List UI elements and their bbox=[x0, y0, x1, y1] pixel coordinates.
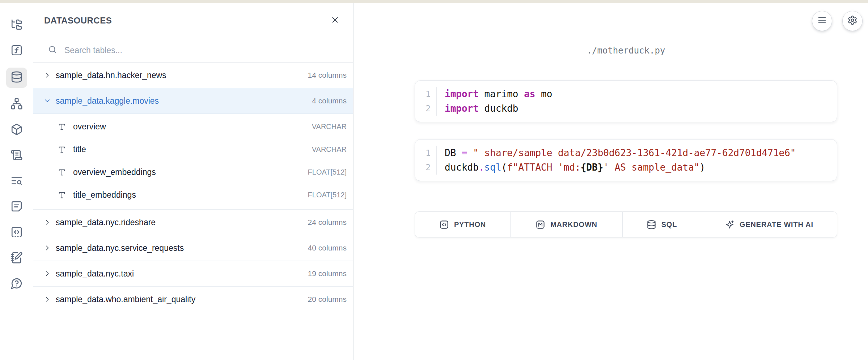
folder-tree-icon bbox=[10, 18, 23, 32]
database-icon bbox=[10, 71, 23, 85]
column-type: VARCHAR bbox=[312, 145, 347, 154]
add-cell-toolbar: PYTHONMARKDOWNSQLGENERATE WITH AI bbox=[415, 211, 837, 237]
header-actions bbox=[812, 11, 863, 31]
column-type: VARCHAR bbox=[312, 123, 347, 131]
search-tables-input[interactable] bbox=[64, 46, 353, 55]
table-list: sample_data.hn.hacker_news14 columnssamp… bbox=[33, 63, 353, 360]
table-name: sample_data.nyc.rideshare bbox=[56, 218, 308, 227]
add-markdown-cell-button[interactable]: MARKDOWN bbox=[511, 212, 623, 237]
table-name: sample_data.who.ambient_air_quality bbox=[56, 295, 308, 304]
code-square-small-icon bbox=[439, 220, 449, 230]
function-square-icon bbox=[10, 44, 23, 58]
table-row[interactable]: sample_data.nyc.rideshare24 columns bbox=[33, 210, 353, 235]
table-columns-count: 40 columns bbox=[308, 244, 347, 252]
scroll-text-icon bbox=[10, 149, 23, 163]
column-name: title bbox=[73, 145, 312, 154]
code-content[interactable]: import duckdb bbox=[437, 101, 518, 116]
add-python-cell-button[interactable]: PYTHON bbox=[415, 212, 511, 237]
activity-item-documentation[interactable] bbox=[6, 198, 27, 216]
activity-item-outline[interactable] bbox=[6, 147, 27, 165]
search-icon bbox=[48, 45, 57, 56]
chevron-right-icon bbox=[43, 270, 51, 278]
datasources-panel: DATASOURCES sample_data.hn.hacker_news14… bbox=[33, 3, 353, 360]
column-type: FLOAT[512] bbox=[308, 191, 347, 199]
table-row[interactable]: sample_data.who.ambient_air_quality20 co… bbox=[33, 287, 353, 312]
activity-bar bbox=[0, 3, 33, 360]
line-number: 1 bbox=[415, 87, 437, 101]
chevron-down-icon bbox=[43, 97, 51, 105]
package-icon bbox=[10, 123, 23, 137]
column-row[interactable]: overviewVARCHAR bbox=[33, 115, 353, 138]
activity-item-snippets[interactable] bbox=[6, 224, 27, 242]
code-line: 2duckdb.sql(f"ATTACH 'md:{DB}' AS sample… bbox=[415, 160, 837, 175]
column-row[interactable]: title_embeddingsFLOAT[512] bbox=[33, 184, 353, 206]
add-sql-cell-button[interactable]: SQL bbox=[623, 212, 701, 237]
column-row[interactable]: titleVARCHAR bbox=[33, 138, 353, 161]
code-content[interactable]: import marimo as mo bbox=[437, 87, 552, 101]
document-icon bbox=[10, 200, 23, 214]
generate-with-ai-button[interactable]: GENERATE WITH AI bbox=[701, 212, 837, 237]
type-icon bbox=[58, 168, 66, 176]
search-row bbox=[33, 38, 353, 63]
add-button-label: PYTHON bbox=[454, 220, 486, 229]
activity-item-help[interactable] bbox=[6, 275, 27, 293]
dependency-graph-icon bbox=[10, 98, 23, 111]
activity-item-packages[interactable] bbox=[6, 121, 27, 139]
database-icon bbox=[647, 220, 656, 230]
table-columns-count: 20 columns bbox=[308, 295, 347, 304]
column-name: overview bbox=[73, 122, 312, 132]
menu-button[interactable] bbox=[812, 11, 832, 31]
add-button-label: SQL bbox=[661, 220, 677, 229]
chevron-right-icon bbox=[43, 218, 51, 226]
column-name: title_embeddings bbox=[73, 190, 308, 200]
activity-item-datasources[interactable] bbox=[6, 68, 27, 88]
table-name: sample_data.kaggle.movies bbox=[56, 96, 312, 106]
activity-item-dependencies[interactable] bbox=[6, 95, 27, 113]
activity-item-scratchpad[interactable] bbox=[6, 249, 27, 267]
code-content[interactable]: DB = "_share/sample_data/23b0d623-1361-4… bbox=[437, 146, 796, 160]
line-number: 2 bbox=[415, 101, 437, 116]
table-columns-count: 19 columns bbox=[308, 269, 347, 278]
type-icon bbox=[58, 146, 66, 154]
table-row[interactable]: sample_data.nyc.taxi19 columns bbox=[33, 261, 353, 287]
table-row[interactable]: sample_data.kaggle.movies4 columns bbox=[33, 88, 353, 114]
activity-item-file-explorer[interactable] bbox=[6, 16, 27, 34]
activity-item-logs[interactable] bbox=[6, 172, 27, 190]
datasources-panel-header: DATASOURCES bbox=[33, 3, 353, 38]
table-row[interactable]: sample_data.nyc.service_requests40 colum… bbox=[33, 235, 353, 261]
menu-icon bbox=[817, 15, 827, 27]
add-button-label: GENERATE WITH AI bbox=[740, 220, 813, 229]
code-line: 1DB = "_share/sample_data/23b0d623-1361-… bbox=[415, 146, 837, 160]
column-type: FLOAT[512] bbox=[308, 168, 347, 176]
line-number: 2 bbox=[415, 160, 437, 175]
code-cell[interactable]: 1import marimo as mo2import duckdb bbox=[415, 80, 837, 122]
panel-title: DATASOURCES bbox=[44, 16, 112, 26]
sparkles-icon bbox=[725, 220, 734, 230]
close-panel-button[interactable] bbox=[328, 13, 342, 28]
table-name: sample_data.nyc.taxi bbox=[56, 269, 308, 279]
code-line: 2import duckdb bbox=[415, 101, 837, 116]
gear-icon bbox=[847, 15, 858, 27]
settings-button[interactable] bbox=[842, 11, 863, 31]
table-name: sample_data.nyc.service_requests bbox=[56, 243, 308, 253]
main-editor-area: ./motherduck.py 1import marimo as mo2imp… bbox=[353, 3, 868, 360]
notebook-pen-icon bbox=[10, 252, 23, 265]
help-chat-icon bbox=[10, 277, 23, 291]
table-columns-count: 24 columns bbox=[308, 218, 347, 227]
code-content[interactable]: duckdb.sql(f"ATTACH 'md:{DB}' AS sample_… bbox=[437, 160, 705, 175]
code-cell[interactable]: 1DB = "_share/sample_data/23b0d623-1361-… bbox=[415, 139, 837, 181]
chevron-right-icon bbox=[43, 71, 51, 79]
table-row[interactable]: sample_data.hn.hacker_news14 columns bbox=[33, 63, 353, 88]
column-name: overview_embeddings bbox=[73, 167, 308, 177]
list-search-icon bbox=[10, 175, 23, 188]
chevron-right-icon bbox=[43, 295, 51, 303]
column-row[interactable]: overview_embeddingsFLOAT[512] bbox=[33, 161, 353, 184]
add-button-label: MARKDOWN bbox=[550, 220, 597, 229]
activity-item-variables[interactable] bbox=[6, 42, 27, 60]
line-number: 1 bbox=[415, 146, 437, 160]
table-columns-count: 14 columns bbox=[308, 71, 347, 80]
notebook-column: ./motherduck.py 1import marimo as mo2imp… bbox=[415, 3, 837, 237]
markdown-icon bbox=[535, 220, 545, 230]
type-icon bbox=[58, 123, 66, 131]
app-root: DATASOURCES sample_data.hn.hacker_news14… bbox=[0, 3, 868, 360]
